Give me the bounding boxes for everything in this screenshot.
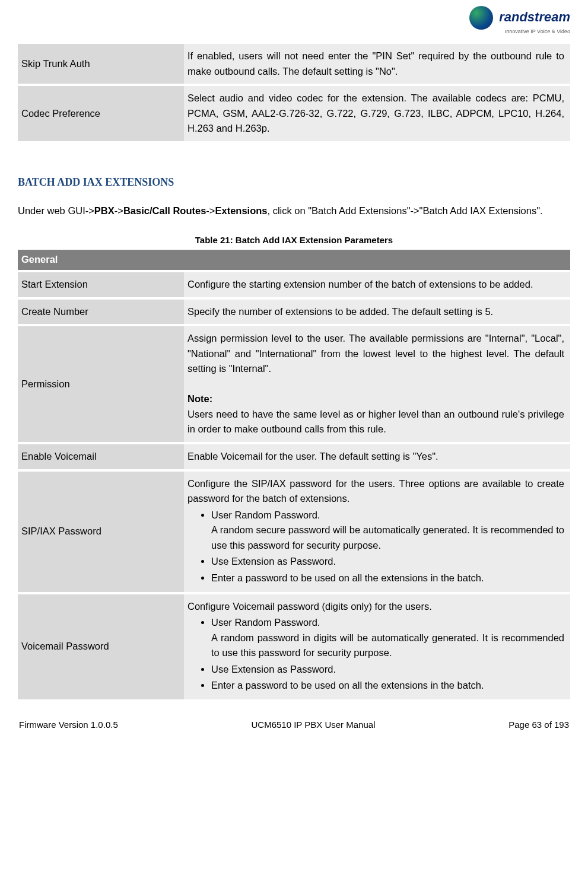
intro: Configure the SIP/IAX password for the u… xyxy=(187,476,564,507)
row-permission: Permission Assign permission level to th… xyxy=(18,326,570,442)
row-codec-preference: Codec Preference Select audio and video … xyxy=(18,86,570,141)
list-item: Use Extension as Password. xyxy=(211,554,564,569)
bullet-list: User Random Password. A random password … xyxy=(187,615,564,693)
list-item: Enter a password to be used on all the e… xyxy=(211,678,564,693)
brand-logo: randstream Innovative IP Voice & Video xyxy=(469,6,570,34)
param-label: Enable Voicemail xyxy=(18,444,184,469)
param-label: Voicemail Password xyxy=(18,594,184,699)
top-param-table: Skip Trunk Auth If enabled, users will n… xyxy=(18,42,570,144)
page-footer: Firmware Version 1.0.0.5 UCM6510 IP PBX … xyxy=(18,720,570,730)
param-desc: Enable Voicemail for the user. The defau… xyxy=(184,444,570,469)
param-label: Permission xyxy=(18,326,184,442)
row-sipiax-password: SIP/IAX Password Configure the SIP/IAX p… xyxy=(18,472,570,592)
para: Assign permission level to the user. The… xyxy=(187,331,564,377)
note-label: Note: xyxy=(187,392,564,407)
param-desc: Select audio and video codec for the ext… xyxy=(184,86,570,141)
brand-name: randstream xyxy=(499,9,570,24)
row-voicemail-password: Voicemail Password Configure Voicemail p… xyxy=(18,594,570,699)
bullet-sub: A random password in digits will be auto… xyxy=(211,631,564,661)
footer-left: Firmware Version 1.0.0.5 xyxy=(19,720,118,730)
bullet-text: User Random Password. xyxy=(211,510,320,520)
document-page: randstream Innovative IP Voice & Video S… xyxy=(0,0,588,747)
list-item: User Random Password. A random secure pa… xyxy=(211,508,564,553)
table-caption: Table 21: Batch Add IAX Extension Parame… xyxy=(18,235,570,245)
text: Under web GUI-> xyxy=(18,205,94,216)
bullet-list: User Random Password. A random secure pa… xyxy=(187,508,564,586)
section-header-row: General xyxy=(18,250,570,270)
section-heading: BATCH ADD IAX EXTENSIONS xyxy=(18,176,570,189)
param-desc: Configure the starting extension number … xyxy=(184,272,570,297)
row-skip-trunk-auth: Skip Trunk Auth If enabled, users will n… xyxy=(18,44,570,84)
param-label: Codec Preference xyxy=(18,86,184,141)
text: -> xyxy=(206,205,215,216)
param-desc: Configure the SIP/IAX password for the u… xyxy=(184,472,570,592)
param-label: Skip Trunk Auth xyxy=(18,44,184,84)
param-label: Create Number xyxy=(18,300,184,324)
intro: Configure Voicemail password (digits onl… xyxy=(187,599,564,615)
bullet-text: User Random Password. xyxy=(211,617,320,628)
para: Users need to have the same level as or … xyxy=(187,407,564,437)
footer-center: UCM6510 IP PBX User Manual xyxy=(252,720,376,730)
list-item: Use Extension as Password. xyxy=(211,662,564,677)
brand-tagline: Innovative IP Voice & Video xyxy=(469,28,570,34)
param-label: Start Extension xyxy=(18,272,184,297)
bold-pbx: PBX xyxy=(94,205,115,216)
bold-extensions: Extensions xyxy=(215,205,267,216)
row-enable-voicemail: Enable Voicemail Enable Voicemail for th… xyxy=(18,444,570,469)
batch-iax-table: General Start Extension Configure the st… xyxy=(18,247,570,702)
text: , click on "Batch Add Extensions"->"Batc… xyxy=(267,205,542,216)
logo-area: randstream Innovative IP Voice & Video xyxy=(18,0,570,42)
row-create-number: Create Number Specify the number of exte… xyxy=(18,300,570,324)
body-paragraph: Under web GUI->PBX->Basic/Call Routes->E… xyxy=(18,203,570,219)
param-desc: If enabled, users will not need enter th… xyxy=(184,44,570,84)
footer-right: Page 63 of 193 xyxy=(508,720,569,730)
param-desc: Specify the number of extensions to be a… xyxy=(184,300,570,324)
list-item: User Random Password. A random password … xyxy=(211,615,564,661)
text: -> xyxy=(115,205,123,216)
list-item: Enter a password to be used on all the e… xyxy=(211,571,564,586)
row-start-extension: Start Extension Configure the starting e… xyxy=(18,272,570,297)
param-desc: Assign permission level to the user. The… xyxy=(184,326,570,442)
param-desc: Configure Voicemail password (digits onl… xyxy=(184,594,570,699)
bullet-sub: A random secure password will be automat… xyxy=(211,523,564,553)
bold-routes: Basic/Call Routes xyxy=(123,205,206,216)
section-header-label: General xyxy=(18,250,570,270)
param-label: SIP/IAX Password xyxy=(18,472,184,592)
